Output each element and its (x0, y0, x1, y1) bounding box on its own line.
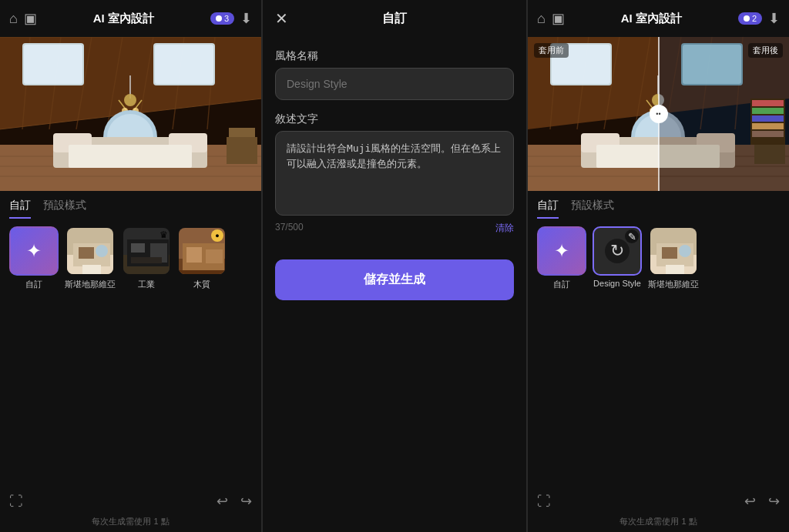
right-header: ⌂ ▣ AI 室內設計 2 ⬇ (528, 0, 789, 37)
home-icon-right[interactable]: ⌂ (537, 11, 546, 27)
left-header: ⌂ ▣ AI 室內設計 3 ⬇ (0, 0, 261, 37)
style-label-wood-left: 木質 (193, 279, 210, 290)
coin-icon-wood: ● (211, 229, 223, 242)
image-icon-right[interactable]: ▣ (552, 10, 565, 27)
download-icon-right[interactable]: ⬇ (768, 10, 780, 27)
magic-icon-right: ✦ (554, 240, 569, 262)
description-field-group: 敘述文字 請設計出符合Muji風格的生活空間。但在色系上可以融入活潑或是撞色的元… (275, 112, 514, 235)
image-icon[interactable]: ▣ (24, 10, 37, 27)
style-item-custom-left[interactable]: ✦ 自訂 (9, 226, 59, 290)
style-item-custom-right[interactable]: ✦ 自訂 (537, 226, 586, 290)
svg-rect-47 (186, 247, 202, 263)
style-thumb-scand-left (65, 226, 115, 276)
svg-rect-35 (79, 247, 94, 259)
description-textarea[interactable]: 請設計出符合Muji風格的生活空間。但在色系上可以融入活潑或是撞色的元素。 (275, 131, 514, 216)
svg-rect-93 (683, 45, 741, 84)
edit-icon-design[interactable]: ✎ (625, 229, 639, 243)
tab-custom-left[interactable]: 自訂 (9, 199, 31, 219)
redo-icon-left[interactable]: ↪ (240, 493, 252, 510)
svg-rect-13 (155, 45, 213, 84)
after-image (659, 37, 790, 191)
char-count: 37/500 (275, 222, 304, 235)
modal-content: 風格名稱 敘述文字 請設計出符合Muji風格的生活空間。但在色系上可以融入活潑或… (263, 37, 526, 532)
svg-rect-113 (752, 115, 784, 122)
style-thumb-custom-left: ✦ (9, 226, 59, 276)
svg-rect-11 (24, 45, 82, 84)
style-thumb-wood-left: ● (177, 226, 227, 276)
svg-point-19 (124, 94, 136, 106)
room-svg-left (0, 37, 261, 191)
style-thumb-industrial-left: ♛ (122, 226, 171, 276)
after-overlay (659, 37, 790, 191)
footer-nav-right: ↩ ↪ (744, 493, 780, 510)
badge-left: 3 (210, 12, 234, 25)
style-name-label: 風格名稱 (275, 49, 514, 63)
footer-left: ⛶ ↩ ↪ (0, 487, 261, 516)
crown-icon-industrial: ♛ (159, 229, 168, 240)
svg-rect-107 (659, 145, 720, 168)
styles-row-right: ✦ 自訂 ↻ ✎ Design Style (528, 219, 789, 298)
style-label-custom-right: 自訂 (553, 279, 570, 290)
svg-rect-115 (752, 131, 784, 137)
style-label-industrial-left: 工業 (138, 279, 155, 290)
style-item-industrial-left[interactable]: ♛ 工業 (122, 226, 171, 290)
style-item-wood-left[interactable]: ● 木質 (177, 226, 227, 290)
svg-point-120 (679, 245, 691, 257)
save-generate-button[interactable]: 儲存並生成 (275, 259, 514, 300)
style-label-scand-left: 斯堪地那維亞 (65, 279, 116, 290)
style-thumb-custom-right: ✦ (537, 226, 586, 276)
tab-custom-right[interactable]: 自訂 (537, 199, 559, 219)
style-thumb-design-right: ↻ ✎ (593, 226, 642, 276)
svg-point-36 (96, 245, 108, 257)
modal-close-button[interactable]: ✕ (275, 9, 288, 28)
style-img-scand (67, 228, 115, 276)
svg-rect-37 (82, 265, 101, 274)
svg-rect-49 (179, 270, 227, 276)
tab-preset-right[interactable]: 預設樣式 (571, 199, 614, 219)
badge-right: 2 (738, 12, 762, 25)
svg-rect-114 (752, 123, 784, 129)
undo-icon-left[interactable]: ↩ (217, 493, 228, 510)
before-after-container: •• 套用前 套用後 (528, 37, 789, 191)
svg-rect-41 (131, 243, 145, 253)
redo-icon-right[interactable]: ↪ (768, 493, 780, 510)
svg-rect-30 (227, 137, 257, 164)
badge-dot-right (744, 15, 750, 22)
style-item-design-right[interactable]: ↻ ✎ Design Style (593, 226, 642, 290)
clear-button[interactable]: 清除 (495, 222, 514, 235)
download-icon-left[interactable]: ⬇ (240, 10, 252, 27)
style-label-custom-left: 自訂 (25, 279, 42, 290)
textarea-footer: 37/500 清除 (275, 222, 514, 235)
after-label: 套用後 (748, 43, 783, 58)
svg-rect-29 (69, 145, 192, 168)
style-img-scand-right (650, 228, 698, 276)
footer-right: ⛶ ↩ ↪ (528, 487, 789, 516)
refresh-icon-design: ↻ (605, 239, 630, 263)
footer-cost-left: 每次生成需使用 1 點 (0, 516, 261, 532)
description-label: 敘述文字 (275, 112, 514, 126)
style-label-design-right: Design Style (593, 279, 641, 288)
svg-rect-121 (666, 265, 684, 274)
style-thumb-scand-right (649, 226, 698, 276)
style-item-scand-right[interactable]: 斯堪地那維亞 (648, 226, 699, 290)
style-label-scand-right: 斯堪地那維亞 (648, 279, 699, 290)
footer-cost-right: 每次生成需使用 1 點 (528, 516, 789, 532)
middle-panel: ✕ 自訂 風格名稱 敘述文字 請設計出符合Muji風格的生活空間。但在色系上可以… (263, 0, 526, 532)
tabs-right: 自訂 預設樣式 (528, 191, 789, 219)
modal-header: ✕ 自訂 (263, 0, 526, 37)
style-item-scand-left[interactable]: 斯堪地那維亞 (65, 226, 116, 290)
style-name-field-group: 風格名稱 (275, 49, 514, 100)
home-icon[interactable]: ⌂ (9, 11, 18, 27)
style-name-input[interactable] (275, 68, 514, 100)
tab-preset-left[interactable]: 預設樣式 (43, 199, 86, 219)
svg-rect-119 (662, 247, 677, 259)
app-title-left: AI 室內設計 (43, 12, 204, 26)
drag-handle[interactable]: •• (650, 105, 668, 123)
right-panel: ⌂ ▣ AI 室內設計 2 ⬇ (528, 0, 789, 532)
undo-icon-right[interactable]: ↩ (744, 493, 756, 510)
crop-icon-left[interactable]: ⛶ (9, 494, 23, 510)
crop-icon-right[interactable]: ⛶ (537, 494, 551, 510)
tabs-left: 自訂 預設樣式 (0, 191, 261, 219)
svg-rect-112 (752, 108, 784, 114)
room-image-left (0, 37, 261, 191)
